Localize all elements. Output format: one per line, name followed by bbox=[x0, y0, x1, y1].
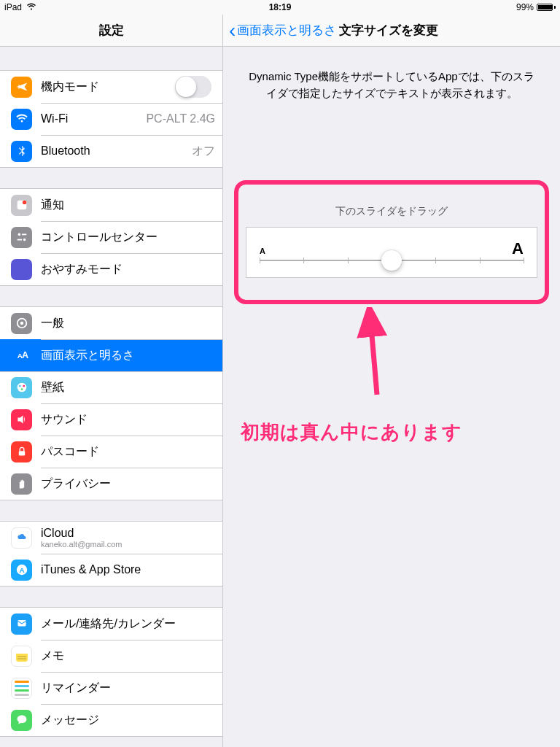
annotation-text: 初期は真ん中にあります bbox=[241, 419, 462, 445]
svg-point-10 bbox=[17, 383, 26, 392]
sidebar-item-airplane[interactable]: 機内モード bbox=[0, 71, 222, 103]
wifi-icon bbox=[11, 109, 32, 130]
svg-rect-19 bbox=[16, 650, 28, 654]
battery-icon bbox=[537, 4, 556, 11]
slider-instruction: 下のスライダをドラッグ bbox=[246, 192, 537, 227]
sidebar-item-moon[interactable]: おやすみモード bbox=[0, 253, 222, 285]
svg-point-4 bbox=[23, 239, 26, 241]
lock-icon bbox=[11, 441, 32, 462]
reminders-icon bbox=[11, 678, 32, 699]
svg-rect-5 bbox=[17, 239, 21, 241]
annotation-highlight: 下のスライダをドラッグ A A bbox=[234, 180, 549, 304]
sidebar-title: 設定 bbox=[0, 15, 222, 47]
sidebar-item-notify[interactable]: 通知 bbox=[0, 189, 222, 221]
bluetooth-icon bbox=[11, 141, 32, 162]
control-icon bbox=[11, 227, 32, 248]
wallpaper-icon bbox=[11, 377, 32, 398]
moon-icon bbox=[11, 259, 32, 280]
svg-point-1 bbox=[22, 201, 26, 204]
svg-point-7 bbox=[20, 322, 23, 325]
svg-point-11 bbox=[18, 385, 20, 387]
detail-title: 文字サイズを変更 bbox=[339, 22, 438, 39]
detail-header: ‹ 画面表示と明るさ 文字サイズを変更 bbox=[223, 15, 560, 47]
airplane-icon bbox=[11, 77, 32, 98]
battery-percent: 99% bbox=[516, 2, 534, 12]
slider-thumb[interactable] bbox=[381, 250, 402, 271]
svg-text:A: A bbox=[22, 350, 28, 360]
small-a-label: A bbox=[260, 247, 265, 255]
svg-text:A: A bbox=[19, 566, 24, 574]
svg-rect-14 bbox=[18, 451, 24, 455]
gear-icon bbox=[11, 313, 32, 334]
sidebar-item-lock[interactable]: パスコード bbox=[0, 436, 222, 468]
svg-point-2 bbox=[18, 233, 20, 236]
sidebar-item-sound[interactable]: サウンド bbox=[0, 403, 222, 436]
wifi-status-icon bbox=[26, 2, 36, 12]
appstore-icon: A bbox=[11, 560, 32, 581]
hand-icon bbox=[11, 473, 32, 495]
status-bar: iPad 18:19 99% bbox=[0, 0, 560, 15]
svg-rect-3 bbox=[22, 234, 26, 236]
sidebar-item-cloud[interactable]: iCloudkaneko.alt@gmail.com bbox=[0, 522, 222, 554]
mail-icon bbox=[11, 614, 32, 635]
svg-point-13 bbox=[20, 388, 23, 390]
sidebar-item-gear[interactable]: 一般 bbox=[0, 307, 222, 339]
sound-icon bbox=[11, 409, 32, 430]
sidebar-item-wifi[interactable]: Wi-FiPC-ALT 2.4G bbox=[0, 103, 222, 135]
sidebar-item-hand[interactable]: プライバシー bbox=[0, 468, 222, 500]
sidebar-item-message[interactable]: メッセージ bbox=[0, 704, 222, 736]
sidebar-item-reminders[interactable]: リマインダー bbox=[0, 672, 222, 704]
carrier-label: iPad bbox=[4, 2, 22, 12]
sidebar-item-appstore[interactable]: AiTunes & App Store bbox=[0, 554, 222, 586]
sidebar-item-control[interactable]: コントロールセンター bbox=[0, 221, 222, 253]
svg-point-12 bbox=[23, 385, 25, 387]
sidebar-item-aa[interactable]: AA画面表示と明るさ bbox=[0, 339, 222, 371]
sidebar-item-bluetooth[interactable]: Bluetoothオフ bbox=[0, 135, 222, 167]
back-label: 画面表示と明るさ bbox=[237, 22, 336, 39]
svg-rect-17 bbox=[18, 620, 26, 626]
notes-icon bbox=[11, 646, 32, 667]
big-a-label: A bbox=[512, 239, 524, 258]
status-time: 18:19 bbox=[269, 2, 292, 12]
text-size-slider[interactable] bbox=[260, 260, 524, 261]
settings-sidebar: 設定 機内モードWi-FiPC-ALT 2.4GBluetoothオフ通知コント… bbox=[0, 15, 223, 747]
chevron-left-icon: ‹ bbox=[229, 20, 236, 41]
cloud-icon bbox=[11, 527, 32, 549]
text-size-slider-panel: A A bbox=[246, 227, 537, 278]
dynamic-type-description: Dynamic Type機能をサポートしているAppでは、下のスライダで指定した… bbox=[234, 61, 549, 101]
message-icon bbox=[11, 710, 32, 731]
annotation-arrow bbox=[333, 307, 392, 402]
sidebar-item-mail[interactable]: メール/連絡先/カレンダー bbox=[0, 608, 222, 640]
notify-icon bbox=[11, 195, 32, 216]
detail-pane: ‹ 画面表示と明るさ 文字サイズを変更 Dynamic Type機能をサポートし… bbox=[223, 15, 560, 747]
sidebar-item-notes[interactable]: メモ bbox=[0, 640, 222, 672]
aa-icon: AA bbox=[11, 345, 32, 366]
airplane-toggle[interactable] bbox=[175, 76, 211, 98]
back-button[interactable]: ‹ 画面表示と明るさ bbox=[223, 20, 336, 41]
sidebar-item-wallpaper[interactable]: 壁紙 bbox=[0, 371, 222, 403]
